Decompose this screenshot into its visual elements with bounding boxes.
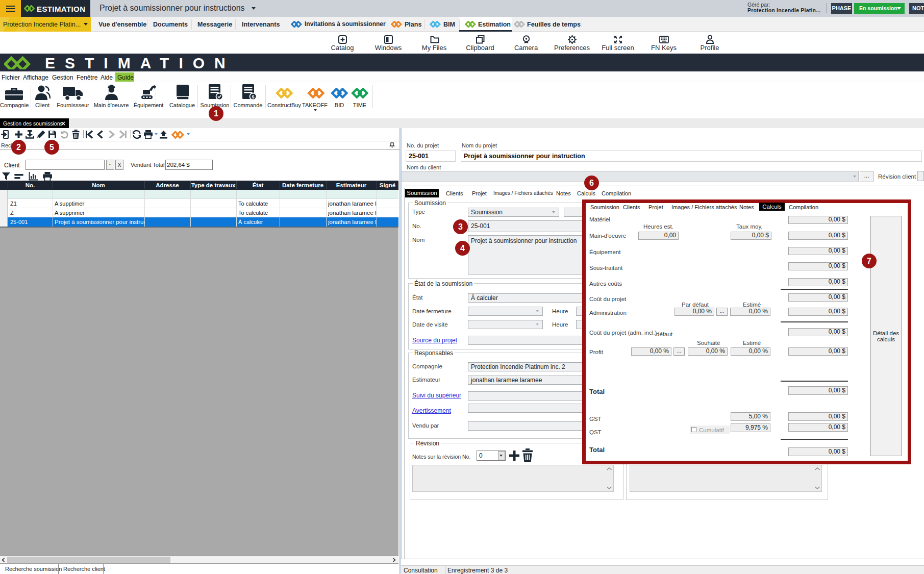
svg-text:$: $ xyxy=(252,94,254,99)
